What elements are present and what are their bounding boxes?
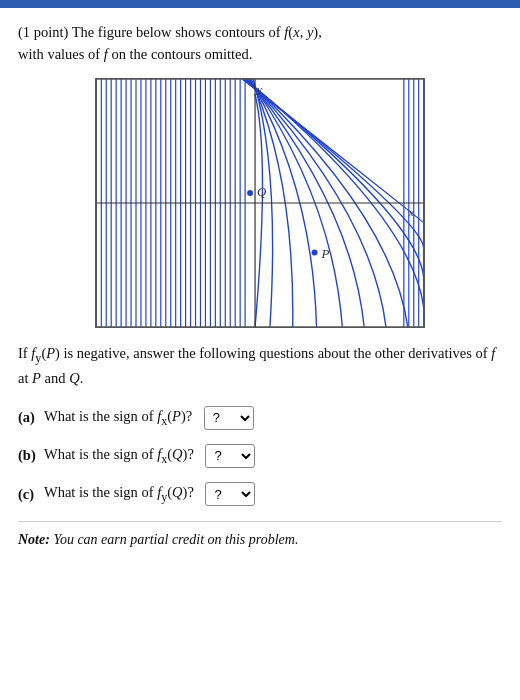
question-c-label: (c) — [18, 484, 38, 506]
question-b-label: (b) — [18, 445, 38, 467]
question-a-label: (a) — [18, 407, 38, 429]
svg-text:P: P — [321, 246, 330, 260]
note-bold: Note: — [18, 532, 50, 547]
question-c-body: What is the sign of fy(Q)? ? positive ne… — [44, 482, 502, 506]
svg-point-40 — [312, 249, 318, 255]
problem-line2: with values of f on the contours omitted… — [18, 46, 252, 62]
question-b-body: What is the sign of fx(Q)? ? positive ne… — [44, 444, 502, 468]
figure-container: Q P y x — [95, 78, 425, 328]
svg-text:Q: Q — [257, 185, 267, 199]
question-c-row: (c) What is the sign of fy(Q)? ? positiv… — [18, 482, 502, 506]
question-b-row: (b) What is the sign of fx(Q)? ? positiv… — [18, 444, 502, 468]
question-b-select[interactable]: ? positive negative zero — [205, 444, 255, 468]
note-italic: You can earn partial credit on this prob… — [50, 532, 299, 547]
note-section: Note: You can earn partial credit on thi… — [18, 521, 502, 548]
question-a-body: What is the sign of fx(P)? ? positive ne… — [44, 406, 502, 430]
question-a-select[interactable]: ? positive negative zero — [204, 406, 254, 430]
content: (1 point) The figure below shows contour… — [0, 8, 520, 566]
condition-text: If fy(P) is negative, answer the followi… — [18, 342, 502, 390]
problem-prefix: (1 point) The figure below shows contour… — [18, 24, 284, 40]
question-a-row: (a) What is the sign of fx(P)? ? positiv… — [18, 406, 502, 430]
contour-figure: Q P y x — [96, 79, 424, 327]
svg-point-38 — [247, 190, 253, 196]
question-c-select[interactable]: ? positive negative zero — [205, 482, 255, 506]
problem-statement: (1 point) The figure below shows contour… — [18, 22, 502, 66]
svg-text:y: y — [256, 82, 262, 94]
top-bar — [0, 0, 520, 8]
problem-function: f(x, y), — [284, 24, 321, 40]
svg-text:x: x — [408, 205, 414, 217]
